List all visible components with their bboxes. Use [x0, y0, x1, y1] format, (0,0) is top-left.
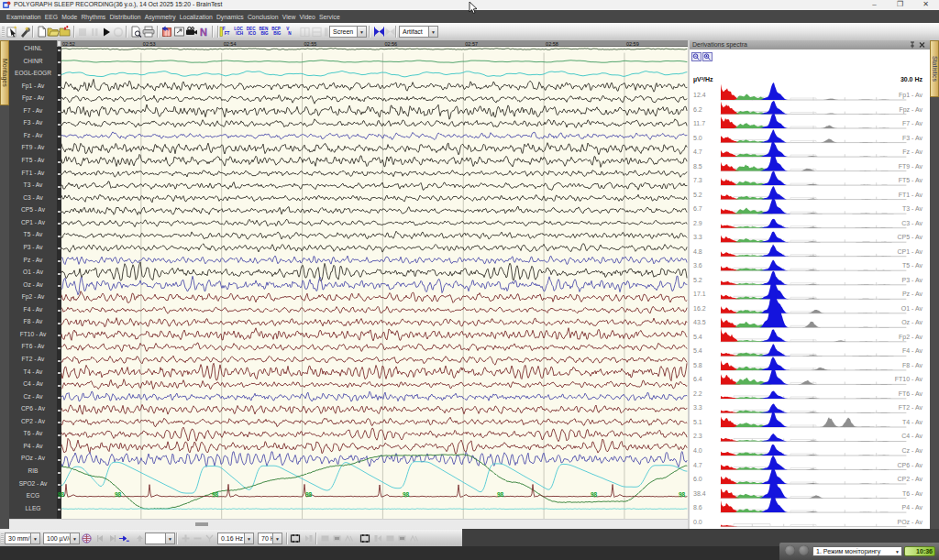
film-marker-icon[interactable]	[290, 533, 301, 544]
channel-label-cp6[interactable]: CP6 - Av	[9, 405, 57, 412]
channel-label-spo2[interactable]: SPO2 - Av	[9, 480, 57, 487]
channel-label-poz[interactable]: POz - Av	[9, 455, 57, 461]
channel-label-f8[interactable]: F8 - Av	[9, 318, 57, 324]
menu-item-examination[interactable]: Examination	[5, 14, 43, 20]
analysis-mode-loc-ich-button[interactable]: LOCICH	[233, 25, 245, 38]
menu-item-mode[interactable]: Mode	[60, 14, 79, 20]
speed-select[interactable]: 30 mm/▼	[5, 533, 40, 544]
channel-label-cp2[interactable]: CP2 - Av	[9, 418, 57, 424]
screen-select[interactable]: Screen▼	[329, 26, 367, 38]
analysis-mode-fft-button[interactable]: FFT	[220, 25, 232, 38]
channel-label-c3[interactable]: C3 - Av	[9, 194, 57, 201]
channel-label-f7[interactable]: F7 - Av	[9, 107, 57, 114]
scrollbar-handle[interactable]	[195, 522, 208, 526]
epoch-select[interactable]: ▼	[145, 533, 175, 544]
pause-button[interactable]	[88, 25, 101, 38]
channel-label-ft1[interactable]: FT1 - Av	[9, 170, 57, 176]
channel-label-fp1[interactable]: Fp1 - Av	[9, 82, 57, 89]
menu-item-rhythms[interactable]: Rhythms	[79, 14, 107, 20]
high-filter-select[interactable]: 70 H▼	[258, 533, 282, 544]
maximize-button[interactable]: ❐	[895, 0, 905, 10]
channel-label-eogl-eogr[interactable]: EOGL-EOGR	[9, 70, 57, 76]
close-icon[interactable]	[919, 41, 925, 49]
channel-label-cp1[interactable]: CP1 - Av	[9, 219, 57, 225]
menu-item-asymmetry[interactable]: Asymmetry	[143, 14, 178, 20]
event-2-icon[interactable]	[331, 533, 342, 544]
event-1-icon[interactable]	[319, 533, 330, 544]
stop-button[interactable]	[112, 25, 125, 38]
channel-label-f4[interactable]: F4 - Av	[9, 306, 57, 313]
note-button[interactable]: N	[198, 25, 211, 38]
menu-item-video[interactable]: Video	[297, 14, 316, 20]
close-button[interactable]: ✕	[921, 0, 931, 10]
channel-label-t5[interactable]: T5 - Av	[9, 231, 57, 237]
channel-label-fpz[interactable]: Fpz - Av	[9, 94, 57, 101]
goto-event-icon[interactable]	[118, 533, 129, 544]
event-3-icon[interactable]	[343, 533, 354, 544]
globe-icon[interactable]	[81, 533, 92, 544]
mode-select[interactable]: 1. Режим моніторингу ▼	[812, 546, 902, 556]
pin-icon[interactable]	[910, 41, 916, 49]
channel-label-t6[interactable]: T6 - Av	[9, 430, 57, 436]
event-5-icon[interactable]	[396, 533, 407, 544]
open-button[interactable]	[47, 25, 60, 38]
video-camera-button[interactable]	[185, 25, 198, 38]
channel-label-t3[interactable]: T3 - Av	[9, 181, 57, 188]
statistics-tab[interactable]: Statistics	[930, 40, 939, 97]
channel-label-lleg[interactable]: LLEG	[9, 505, 57, 511]
close-examination-button[interactable]	[59, 25, 72, 38]
channel-label-ft2[interactable]: FT2 - Av	[9, 356, 57, 362]
menu-item-dynamics[interactable]: Dynamics	[215, 14, 246, 20]
screenshot-button[interactable]	[172, 25, 185, 38]
channel-label-f3[interactable]: F3 - Av	[9, 119, 57, 126]
channel-label-o1[interactable]: O1 - Av	[9, 269, 57, 275]
window-layout-2-button[interactable]	[310, 25, 323, 38]
prev-fragment-icon[interactable]	[94, 533, 105, 544]
menu-item-service[interactable]: Service	[317, 14, 342, 20]
window-layout-1-button[interactable]	[298, 25, 311, 38]
channel-label-ecg[interactable]: ECG	[9, 492, 57, 499]
montages-tab[interactable]: Montages	[0, 40, 9, 105]
status-round-button-2[interactable]	[799, 545, 809, 555]
channel-label-fp2[interactable]: Fp2 - Av	[9, 293, 57, 300]
zoom-minus-icon[interactable]	[192, 533, 203, 544]
channel-label-rib[interactable]: RIB	[9, 467, 57, 474]
channel-label-ft5[interactable]: FT5 - Av	[9, 157, 57, 163]
menu-item-eeg[interactable]: EEG	[43, 14, 61, 20]
edit-examination-button[interactable]	[18, 25, 31, 38]
artifact-select[interactable]: Artifact▼	[399, 26, 438, 38]
new-button[interactable]	[35, 25, 48, 38]
menu-item-view[interactable]: View	[281, 14, 298, 20]
channel-label-pz[interactable]: Pz - Av	[9, 257, 57, 263]
channel-label-t4[interactable]: T4 - Av	[9, 368, 57, 375]
channel-label-oz[interactable]: Oz - Av	[9, 281, 57, 288]
channel-label-fz[interactable]: Fz - Av	[9, 132, 57, 138]
page-up-icon[interactable]	[134, 533, 145, 544]
menu-item-localization[interactable]: Localization	[178, 14, 215, 20]
print-preview-button[interactable]	[129, 25, 142, 38]
channel-label-ft6[interactable]: FT6 - Av	[9, 343, 57, 349]
analysis-mode-v-n-button[interactable]: VN	[283, 25, 295, 38]
spectra-panel-header[interactable]: Derivations spectra	[690, 40, 930, 49]
channel-label-ft9[interactable]: FT9 - Av	[9, 144, 57, 150]
open-examination-button[interactable]	[6, 25, 18, 38]
export-button[interactable]	[160, 25, 172, 38]
menu-item-distribution[interactable]: Distribution	[107, 14, 142, 20]
event-6-icon[interactable]	[408, 533, 419, 544]
channel-label-p3[interactable]: P3 - Av	[9, 244, 57, 250]
channel-label-cp5[interactable]: CP5 - Av	[9, 206, 57, 213]
sensitivity-select[interactable]: 100 µV/c▼	[43, 533, 80, 544]
channel-label-c4[interactable]: C4 - Av	[9, 380, 57, 387]
filter-icon[interactable]	[204, 533, 215, 544]
next-fragment-icon[interactable]	[106, 533, 117, 544]
status-round-button-1[interactable]	[785, 545, 795, 555]
fragment-next-button[interactable]	[383, 25, 396, 38]
minimize-button[interactable]: –	[869, 0, 879, 10]
channel-label-cz[interactable]: Cz - Av	[9, 393, 57, 400]
channel-label-chinl[interactable]: CHINL	[9, 45, 57, 51]
event-4-icon[interactable]	[384, 533, 395, 544]
record-button[interactable]	[76, 25, 89, 38]
marker-prev-icon[interactable]	[372, 533, 383, 544]
marker-next-icon[interactable]	[303, 533, 314, 544]
low-filter-select[interactable]: 0.16 Hz (▼	[217, 533, 254, 544]
